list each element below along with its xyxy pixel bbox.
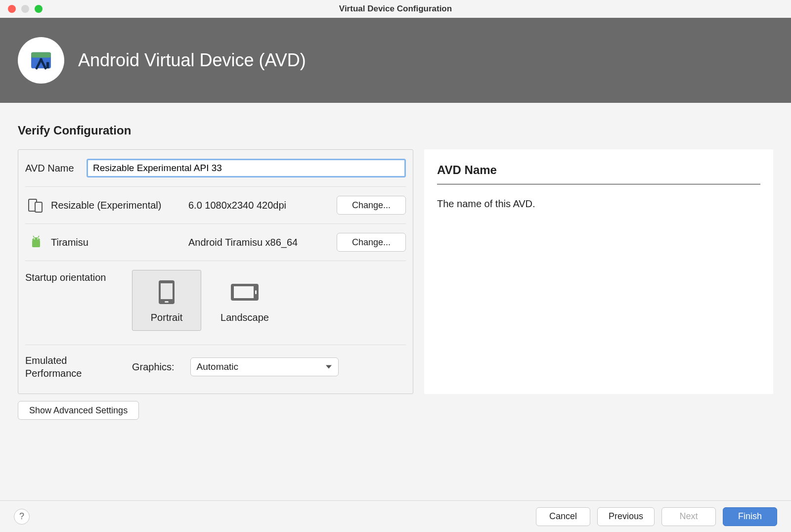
system-image-row: Tiramisu Android Tiramisu x86_64 Change.…: [18, 224, 413, 261]
footer: ? Cancel Previous Next Finish: [0, 500, 791, 532]
orientation-landscape[interactable]: Landscape: [210, 270, 279, 331]
graphics-dropdown[interactable]: Automatic: [190, 357, 339, 376]
help-divider: [437, 184, 760, 184]
svg-line-9: [33, 236, 34, 237]
help-description: The name of this AVD.: [437, 198, 760, 210]
close-icon[interactable]: [8, 5, 16, 13]
page-title: Android Virtual Device (AVD): [78, 50, 306, 71]
orientation-row: Startup orientation Portrait: [18, 261, 413, 345]
svg-rect-5: [35, 202, 42, 212]
avd-name-label: AVD Name: [25, 163, 80, 174]
svg-rect-12: [161, 283, 173, 299]
portrait-icon: [132, 278, 201, 306]
graphics-label: Graphics:: [132, 361, 175, 373]
section-title: Verify Configuration: [18, 124, 773, 137]
header: Android Virtual Device (AVD): [0, 18, 791, 103]
orientation-label: Startup orientation: [25, 270, 122, 283]
change-device-button[interactable]: Change...: [337, 196, 406, 215]
window-controls: [8, 5, 43, 13]
svg-point-8: [37, 238, 38, 239]
show-advanced-settings-button[interactable]: Show Advanced Settings: [18, 401, 139, 420]
system-image-specs: Android Tiramisu x86_64: [188, 237, 333, 248]
titlebar: Virtual Device Configuration: [0, 0, 791, 18]
cancel-button[interactable]: Cancel: [536, 507, 590, 526]
maximize-icon[interactable]: [35, 5, 43, 13]
devices-icon: [25, 196, 47, 214]
device-row: Resizable (Experimental) 6.0 1080x2340 4…: [18, 187, 413, 223]
help-button[interactable]: ?: [14, 509, 30, 525]
avd-name-row: AVD Name: [18, 150, 413, 186]
next-button: Next: [661, 507, 716, 526]
performance-label: Emulated Performance: [25, 354, 122, 380]
orientation-portrait-label: Portrait: [132, 312, 201, 323]
help-panel: AVD Name The name of this AVD.: [424, 149, 773, 394]
previous-button[interactable]: Previous: [597, 507, 655, 526]
change-system-image-button[interactable]: Change...: [337, 233, 406, 252]
graphics-value: Automatic: [197, 361, 238, 372]
svg-rect-13: [165, 301, 169, 303]
svg-rect-1: [31, 52, 51, 58]
svg-rect-15: [234, 286, 254, 298]
config-panel: AVD Name Resizable (Experimental) 6.0 10…: [18, 149, 413, 394]
performance-row: Emulated Performance Graphics: Automatic: [18, 345, 413, 394]
finish-button[interactable]: Finish: [723, 507, 777, 526]
svg-rect-6: [32, 240, 40, 247]
avd-name-input[interactable]: [87, 159, 406, 177]
minimize-icon[interactable]: [21, 5, 29, 13]
help-title: AVD Name: [437, 163, 760, 177]
device-specs: 6.0 1080x2340 420dpi: [188, 200, 333, 211]
help-icon: ?: [19, 511, 24, 522]
android-studio-icon: [18, 37, 64, 84]
svg-point-2: [40, 58, 42, 60]
svg-point-7: [34, 238, 35, 239]
window-title: Virtual Device Configuration: [0, 4, 791, 14]
android-icon: [25, 234, 47, 250]
device-name: Resizable (Experimental): [51, 200, 184, 211]
orientation-portrait[interactable]: Portrait: [132, 270, 201, 331]
body: Verify Configuration AVD Name Resizable …: [0, 103, 791, 420]
svg-rect-16: [255, 290, 257, 294]
svg-line-10: [38, 236, 39, 237]
svg-rect-3: [46, 62, 49, 69]
orientation-landscape-label: Landscape: [211, 312, 279, 323]
system-image-name: Tiramisu: [51, 237, 184, 248]
landscape-icon: [211, 278, 279, 306]
